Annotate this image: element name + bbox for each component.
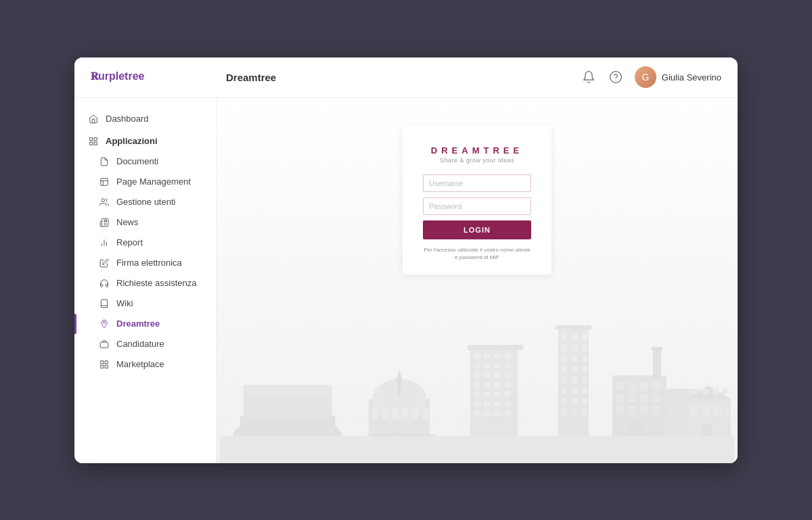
main-content: DREAMTREE Share & grow your ideas LOGIN … [217,98,738,463]
svg-rect-89 [572,387,577,394]
svg-rect-59 [484,392,491,397]
sidebar-item-firma-elettronica[interactable]: Firma elettronica [74,253,216,273]
sidebar-item-marketplace[interactable]: Marketplace [74,354,216,375]
svg-rect-75 [582,333,587,340]
pin-icon [99,318,110,329]
sidebar-item-label: News [116,217,139,227]
newspaper-icon [99,217,110,228]
dreamtree-frame: DREAMTREE Share & grow your ideas LOGIN … [217,98,738,463]
svg-point-17 [103,321,106,323]
svg-rect-33 [372,409,378,419]
app-window: 𝐑urpletree Dreamtree G Giul [74,57,738,463]
svg-rect-92 [572,398,577,405]
help-circle-icon[interactable] [608,69,624,85]
svg-rect-95 [572,409,577,416]
svg-rect-70 [468,345,523,350]
svg-rect-63 [484,401,491,406]
svg-rect-35 [392,409,398,419]
header-actions: G Giulia Severino [581,66,721,88]
svg-rect-91 [562,398,567,405]
dreamtree-tagline: Share & grow your ideas [423,157,531,164]
svg-rect-80 [572,355,577,362]
marketplace-grid-icon [99,359,110,370]
sidebar-item-dashboard[interactable]: Dashboard [74,109,216,129]
svg-rect-58 [474,392,480,397]
svg-rect-87 [582,377,587,383]
sidebar-item-label: Dreamtree [116,318,160,329]
svg-rect-112 [652,406,660,415]
sidebar-item-report[interactable]: Report [74,233,216,253]
logo-svg: 𝐑urpletree [91,68,172,84]
sidebar-item-documenti[interactable]: Documenti [74,151,216,172]
svg-rect-48 [494,363,501,369]
svg-rect-21 [101,365,104,368]
user-avatar-area[interactable]: G Giulia Severino [635,66,721,88]
avatar: G [635,66,656,88]
sidebar-item-richieste-assistenza[interactable]: Richieste assistenza [74,273,216,293]
sidebar-item-page-management[interactable]: Page Management [74,172,216,192]
svg-rect-122 [703,389,708,394]
sidebar-item-wiki[interactable]: Wiki [74,293,216,314]
sidebar-section-applicazioni: Applicazioni [74,129,216,151]
svg-rect-45 [504,354,511,359]
svg-rect-52 [494,373,501,378]
svg-rect-83 [572,366,577,373]
svg-rect-38 [423,409,428,419]
logo-area: 𝐑urpletree [91,68,212,87]
sidebar-item-gestione-utenti[interactable]: Gestione utenti [74,192,216,212]
password-input[interactable] [423,197,531,215]
svg-rect-51 [484,373,491,378]
svg-rect-104 [652,382,660,390]
svg-rect-42 [474,354,480,359]
svg-rect-37 [413,409,418,419]
book-icon [99,298,110,309]
logo: 𝐑urpletree [91,68,172,87]
svg-rect-96 [582,409,587,416]
sidebar-item-dreamtree[interactable]: Dreamtree [74,314,216,334]
svg-point-1 [610,72,622,83]
login-button[interactable]: LOGIN [423,220,531,239]
svg-rect-76 [562,344,567,351]
svg-rect-50 [474,373,480,378]
dreamtree-logo: DREAMTREE [423,145,531,156]
svg-rect-47 [484,363,491,369]
home-icon [88,114,99,124]
svg-rect-88 [562,387,567,394]
svg-rect-93 [582,398,587,405]
svg-rect-65 [504,401,511,406]
svg-rect-84 [582,366,587,373]
notification-bell-icon[interactable] [581,69,597,85]
svg-rect-68 [494,410,501,416]
svg-rect-3 [90,137,93,140]
svg-rect-61 [504,392,511,397]
svg-rect-99 [653,348,661,379]
svg-rect-105 [616,394,624,402]
grid-icon [88,136,99,147]
username-input[interactable] [423,174,531,192]
svg-point-10 [102,198,105,202]
file-icon [99,156,110,167]
svg-rect-123 [713,389,718,394]
svg-rect-6 [94,142,97,145]
svg-rect-72 [556,325,591,329]
sidebar-item-news[interactable]: News [74,212,216,233]
headphones-icon [99,278,110,289]
svg-rect-100 [652,347,662,350]
svg-rect-79 [562,355,567,362]
svg-rect-74 [572,333,577,340]
svg-rect-77 [572,344,577,351]
svg-rect-26 [244,396,332,408]
svg-rect-19 [101,360,104,363]
svg-rect-66 [474,410,480,416]
svg-rect-106 [628,394,636,402]
svg-rect-55 [484,382,491,387]
svg-rect-49 [504,363,511,369]
sidebar-item-label: Dashboard [106,114,149,124]
svg-rect-36 [403,409,408,419]
svg-rect-64 [494,401,501,406]
sidebar-item-candidature[interactable]: Candidature [74,334,216,354]
svg-rect-34 [382,409,388,419]
svg-rect-119 [725,406,729,416]
svg-rect-67 [484,410,491,416]
body: Dashboard Applicazioni Documenti Page [74,98,738,463]
